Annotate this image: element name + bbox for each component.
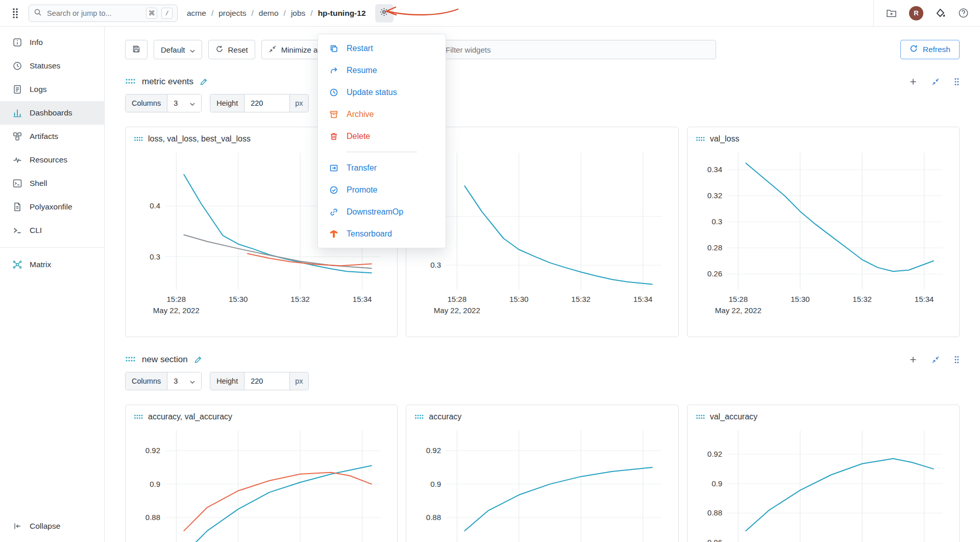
archive-icon bbox=[329, 110, 338, 119]
svg-text:15:34: 15:34 bbox=[633, 295, 653, 303]
search-input[interactable] bbox=[46, 9, 142, 18]
height-label: Height bbox=[210, 372, 244, 390]
svg-text:15:30: 15:30 bbox=[791, 295, 810, 303]
sidebar-divider bbox=[0, 247, 104, 248]
layout-select[interactable]: Default bbox=[154, 40, 202, 59]
reset-button[interactable]: Reset bbox=[208, 40, 255, 59]
sidebar-item-artifacts[interactable]: Artifacts bbox=[0, 125, 104, 148]
drag-handle-icon[interactable] bbox=[696, 134, 705, 144]
save-layout-button[interactable] bbox=[125, 40, 148, 59]
drag-handle-icon[interactable] bbox=[134, 134, 143, 144]
refresh-button[interactable]: Refresh bbox=[900, 40, 960, 59]
resources-pulse-icon bbox=[12, 155, 22, 165]
edit-pencil-icon[interactable] bbox=[200, 78, 208, 86]
svg-text:0.88: 0.88 bbox=[426, 513, 441, 522]
columns-label: Columns bbox=[126, 372, 167, 390]
drag-handle-icon[interactable] bbox=[414, 412, 424, 421]
sidebar-item-logs[interactable]: Logs bbox=[0, 78, 104, 101]
menu-item-transfer[interactable]: Transfer bbox=[318, 157, 446, 179]
sidebar-item-label: CLI bbox=[30, 226, 42, 235]
refresh-label: Refresh bbox=[923, 45, 950, 54]
section-header-metric-events: metric events bbox=[125, 77, 960, 87]
menu-item-archive[interactable]: Archive bbox=[318, 103, 446, 125]
trash-icon bbox=[329, 132, 338, 141]
drag-handle-icon[interactable] bbox=[125, 77, 136, 86]
widget-title: accuracy, val_accuracy bbox=[148, 412, 232, 421]
sidebar-item-dashboards[interactable]: Dashboards bbox=[0, 101, 104, 125]
menu-item-restart[interactable]: Restart bbox=[318, 37, 446, 59]
new-project-folder-icon[interactable] bbox=[886, 8, 897, 18]
widget-title: accuracy bbox=[429, 412, 461, 421]
svg-text:0.3: 0.3 bbox=[712, 217, 722, 226]
edit-pencil-icon[interactable] bbox=[194, 356, 202, 364]
sidebar-collapse-button[interactable]: Collapse bbox=[0, 514, 104, 538]
breadcrumb-separator: / bbox=[252, 9, 254, 18]
sidebar-item-polyaxonfile[interactable]: Polyaxonfile bbox=[0, 195, 104, 219]
breadcrumb-org[interactable]: acme bbox=[187, 9, 206, 18]
sidebar-item-shell[interactable]: Shell bbox=[0, 172, 104, 195]
collapse-section-icon[interactable] bbox=[932, 356, 940, 364]
section-menu-kebab-icon[interactable] bbox=[954, 78, 960, 86]
sidebar-item-matrix[interactable]: Matrix bbox=[0, 253, 104, 276]
widget-title: val_loss bbox=[710, 134, 740, 144]
global-search: ⌘ / bbox=[29, 5, 178, 22]
svg-text:0.88: 0.88 bbox=[145, 513, 160, 522]
transfer-icon bbox=[329, 163, 338, 173]
drag-handle-icon[interactable] bbox=[134, 412, 143, 421]
menu-item-delete[interactable]: Delete bbox=[318, 125, 446, 147]
height-input[interactable] bbox=[244, 372, 289, 390]
help-icon[interactable] bbox=[958, 8, 969, 18]
add-widget-icon[interactable] bbox=[909, 356, 917, 364]
menu-item-tensorboard[interactable]: Tensorboard bbox=[318, 223, 446, 245]
run-settings-button[interactable] bbox=[375, 4, 394, 22]
theme-paint-icon[interactable] bbox=[936, 8, 946, 18]
menu-item-promote[interactable]: Promote bbox=[318, 179, 446, 201]
breadcrumb-projects[interactable]: projects bbox=[218, 9, 246, 18]
widget-card: val_accuracy 0.860.880.90.9215:2815:3015… bbox=[687, 405, 960, 542]
widget-card: loss 0.30.415:2815:3015:3215:34May 22, 2… bbox=[406, 127, 678, 337]
add-widget-icon[interactable] bbox=[909, 78, 917, 86]
chevron-down-icon bbox=[190, 377, 195, 385]
columns-select[interactable]: 3 bbox=[167, 95, 201, 112]
tensorboard-icon bbox=[329, 229, 338, 239]
svg-text:0.34: 0.34 bbox=[707, 165, 722, 174]
height-label: Height bbox=[210, 95, 244, 112]
app-grid-icon[interactable] bbox=[11, 8, 19, 19]
svg-text:0.92: 0.92 bbox=[426, 446, 441, 455]
breadcrumb-separator: / bbox=[284, 9, 286, 18]
sidebar-item-resources[interactable]: Resources bbox=[0, 148, 104, 172]
menu-item-update-status[interactable]: Update status bbox=[318, 81, 446, 103]
sidebar-item-cli[interactable]: CLI bbox=[0, 219, 104, 242]
line-chart: 0.260.280.30.320.3415:2815:3015:3215:34M… bbox=[696, 148, 951, 318]
svg-text:15:34: 15:34 bbox=[353, 295, 372, 303]
matrix-network-icon bbox=[12, 260, 22, 270]
sidebar-item-info[interactable]: Info bbox=[0, 31, 104, 54]
section-controls: Columns 3 Height px bbox=[125, 94, 960, 112]
columns-select[interactable]: 3 bbox=[167, 372, 201, 390]
svg-text:May 22, 2022: May 22, 2022 bbox=[434, 306, 480, 315]
menu-item-resume[interactable]: Resume bbox=[318, 59, 446, 81]
drag-handle-icon[interactable] bbox=[125, 355, 136, 364]
section-menu-kebab-icon[interactable] bbox=[954, 356, 960, 364]
avatar[interactable]: R bbox=[909, 6, 923, 20]
svg-text:0.86: 0.86 bbox=[707, 538, 722, 542]
line-chart: 0.880.90.9215:2815:3015:3215:34May 22, 2… bbox=[414, 426, 670, 542]
breadcrumb: acme / projects / demo / jobs / hp-tunin… bbox=[187, 9, 366, 18]
breadcrumb-project[interactable]: demo bbox=[259, 9, 279, 18]
chevron-down-icon bbox=[190, 99, 195, 107]
svg-text:0.92: 0.92 bbox=[145, 446, 160, 455]
svg-text:15:28: 15:28 bbox=[448, 295, 467, 303]
drag-handle-icon[interactable] bbox=[696, 412, 705, 421]
menu-item-downstreamop[interactable]: DownstreamOp bbox=[318, 201, 446, 223]
section-title: metric events bbox=[142, 77, 193, 87]
svg-text:0.3: 0.3 bbox=[150, 252, 160, 261]
height-input[interactable] bbox=[244, 95, 289, 112]
collapse-section-icon[interactable] bbox=[932, 78, 940, 86]
sidebar-item-statuses[interactable]: Statuses bbox=[0, 54, 104, 78]
sidebar-item-label: Info bbox=[30, 38, 43, 47]
breadcrumb-jobs[interactable]: jobs bbox=[291, 9, 305, 18]
filter-widgets-input[interactable] bbox=[445, 45, 709, 55]
sidebar-item-label: Resources bbox=[30, 155, 67, 164]
breadcrumb-run[interactable]: hp-tuning-12 bbox=[318, 9, 366, 18]
reset-icon bbox=[215, 45, 224, 55]
